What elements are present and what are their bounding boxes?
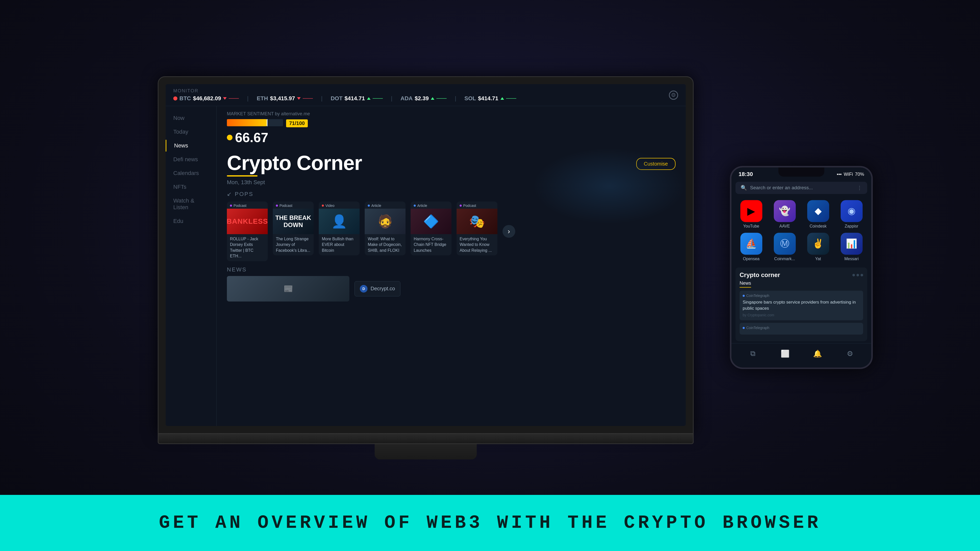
- opensea-label: Opensea: [743, 257, 759, 261]
- nav-settings-button[interactable]: ⚙: [844, 348, 856, 360]
- pops-card-bankless[interactable]: Podcast BANKLESS ROLLUP - Jack Dorsey Ex…: [227, 202, 268, 261]
- app-item-coindesk[interactable]: ◆ Coindesk: [803, 200, 833, 229]
- pops-icon: ↙: [227, 191, 232, 197]
- nav-home-button[interactable]: ⬜: [779, 348, 792, 360]
- scene: MONITOR BTC $46,682.09 |: [0, 0, 980, 551]
- news-source-1: CoinTelegraph: [743, 294, 860, 298]
- app-item-messari[interactable]: 📊 Messari: [837, 233, 866, 261]
- phone-battery: 70%: [855, 171, 864, 177]
- bottom-banner: GET AN OVERVIEW OF WEB3 WITH THE CRYPTO …: [0, 495, 980, 551]
- phone-time: 18:30: [738, 171, 753, 178]
- sidebar-item-watch[interactable]: Watch & Listen: [165, 195, 216, 213]
- coindesk-icon: ◆: [807, 200, 829, 222]
- phone-news-card-2[interactable]: CoinTelegraph: [740, 323, 863, 334]
- sidebar-item-now[interactable]: Now: [165, 112, 216, 124]
- sidebar: Now Today News Defi news Calendars NFTs …: [165, 106, 217, 426]
- nav-bell-button[interactable]: 🔔: [811, 348, 824, 360]
- crypto-corner-header: Crypto corner: [740, 272, 863, 279]
- settings-button[interactable]: ⚙: [669, 90, 678, 100]
- phone-address-bar[interactable]: 🔍 Search or enter an address... ⋮: [735, 182, 867, 194]
- sidebar-item-nfts[interactable]: NFTs: [165, 181, 216, 193]
- decrypt-badge[interactable]: D Decrypt.co: [355, 281, 401, 297]
- ada-price: $2.39: [415, 95, 429, 102]
- coinmarkets-icon: Ⓜ: [774, 233, 796, 254]
- booming-icon: 👤: [331, 214, 347, 229]
- sep4: |: [455, 95, 456, 102]
- nav-tabs-button[interactable]: ⧉: [746, 348, 759, 360]
- app-item-youtube[interactable]: ▶ YouTube: [737, 200, 766, 229]
- app-item-coinmarkets[interactable]: Ⓜ Coinmark...: [770, 233, 799, 261]
- phone-screen: 18:30 ▪▪▪ WiFi 70% 🔍 Search or enter an …: [732, 167, 871, 367]
- yat-icon: ✌: [807, 233, 829, 254]
- phone-notch: [778, 167, 824, 176]
- phone-signal-icon: ▪▪▪: [837, 171, 842, 177]
- sidebar-item-edu[interactable]: Edu: [165, 215, 216, 227]
- btc-dot: [173, 97, 177, 100]
- sep3: |: [391, 95, 393, 102]
- page-header: Crypto Corner Mon, 13th Sept Customise: [217, 148, 686, 188]
- phone-address-text: Search or enter an address...: [750, 185, 854, 191]
- sidebar-item-news[interactable]: News: [165, 140, 216, 151]
- card-type-article1: Article: [365, 202, 406, 209]
- laptop-bezel: MONITOR BTC $46,682.09 |: [158, 76, 694, 434]
- bankless-image: BANKLESS: [227, 209, 268, 234]
- eth-chart: [303, 98, 313, 99]
- jeff-icon: 🧔: [377, 214, 393, 229]
- pops-card-harmony[interactable]: Article 🔷 Harmony Cross-Chain NFT Bridge…: [410, 202, 452, 256]
- phone-container: 18:30 ▪▪▪ WiFi 70% 🔍 Search or enter an …: [730, 166, 873, 369]
- ada-name: ADA: [401, 95, 413, 102]
- pops-card-jeff[interactable]: Article 🧔 Woolf: What to Make of Dogecoi…: [365, 202, 406, 256]
- news-row: 📰 D Decrypt.co: [227, 276, 676, 302]
- phone-news-tab[interactable]: News: [740, 281, 751, 287]
- video-dot: [322, 205, 324, 206]
- phone-body: 18:30 ▪▪▪ WiFi 70% 🔍 Search or enter an …: [730, 166, 873, 369]
- dot-price: $414.71: [345, 95, 365, 102]
- breakdown-image: THE BREAK DOWN: [273, 209, 313, 234]
- opensea-icon: ⛵: [740, 233, 762, 254]
- pops-card-redcrypto[interactable]: Podcast 🎭 Everything You Wanted to Know …: [457, 202, 497, 256]
- sidebar-item-calendars[interactable]: Calendars: [165, 167, 216, 179]
- zappisr-icon: ◉: [841, 200, 862, 222]
- sol-name: SOL: [465, 95, 476, 102]
- content-area: MARKET SENTIMENT by alternative.me 71/10…: [217, 106, 686, 426]
- dot-arrow: [367, 97, 371, 100]
- sentiment-bar: [227, 119, 267, 126]
- app-item-zappisr[interactable]: ◉ Zappisr: [837, 200, 866, 229]
- redcrypto-title: Everything You Wanted to Know About Rela…: [457, 234, 497, 256]
- pops-card-booming[interactable]: Video 👤 More Bullish than EVER about Bit…: [319, 202, 360, 256]
- sidebar-item-today[interactable]: Today: [165, 126, 216, 138]
- decrypt-source: Decrypt.co: [371, 286, 395, 292]
- ticker-sol: SOL $414.71: [465, 95, 516, 102]
- breakdown-logo: THE BREAK DOWN: [273, 212, 313, 230]
- card-type-podcast1: Podcast: [227, 202, 268, 209]
- jeff-image: 🧔: [365, 209, 406, 234]
- crypto-corner-dots: [853, 274, 863, 276]
- ticker-items: BTC $46,682.09 | ETH $3,415.97: [173, 95, 516, 102]
- yat-label: Yat: [815, 257, 821, 261]
- sidebar-item-defi[interactable]: Defi news: [165, 154, 216, 165]
- pops-next-button[interactable]: ›: [503, 225, 515, 238]
- crypto-corner-panel: Crypto corner News CoinTelegraph: [735, 267, 867, 341]
- dot3: [861, 274, 863, 276]
- sentiment-bar-container: [227, 119, 283, 126]
- app-item-opensea[interactable]: ⛵ Opensea: [737, 233, 766, 261]
- pops-card-breakdown[interactable]: Podcast THE BREAK DOWN The Long Strange …: [273, 202, 313, 256]
- app-item-yat[interactable]: ✌ Yat: [803, 233, 833, 261]
- ticker-dot: DOT $414.71: [331, 95, 383, 102]
- ticker-ada: ADA $2.39: [401, 95, 447, 102]
- redcrypto-image: 🎭: [457, 209, 497, 234]
- dot-name: DOT: [331, 95, 342, 102]
- laptop-base: [158, 434, 694, 444]
- btc-arrow: [223, 97, 227, 100]
- card-type-video: Video: [319, 202, 360, 209]
- bankless-title: ROLLUP - Jack Dorsey Exits Twitter | BTC…: [227, 234, 268, 261]
- eth-arrow: [297, 97, 301, 100]
- article-dot: [368, 205, 370, 206]
- decrypt-logo: D: [360, 285, 368, 292]
- sentiment-value-row: 66.67: [227, 130, 676, 145]
- news-image: 📰: [227, 276, 349, 302]
- app-item-aave[interactable]: 👻 AAVE: [770, 200, 799, 229]
- phone-news-card-1[interactable]: CoinTelegraph Singapore bars crypto serv…: [740, 291, 863, 320]
- bankless-logo: BANKLESS: [227, 218, 268, 225]
- article-dot2: [414, 205, 416, 206]
